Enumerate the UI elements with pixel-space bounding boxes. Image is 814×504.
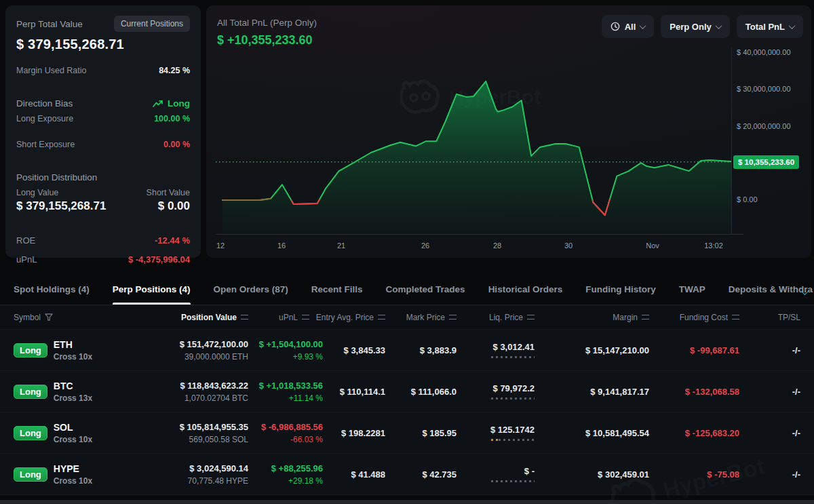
y-axis-tick: $ 20,000,000.00 <box>737 122 791 130</box>
position-value: $ 105,814,955.35 <box>102 422 248 432</box>
sort-icon <box>732 315 739 319</box>
long-exposure-label: Long Exposure <box>16 114 73 123</box>
table-header-row: Symbol Position Value uPnL Entry Avg. Pr… <box>0 305 814 330</box>
sort-icon <box>302 315 309 319</box>
funding-cost: $ -99,687.61 <box>649 345 739 355</box>
margin-value: $ 10,581,495.54 <box>535 428 649 438</box>
position-value: $ 3,024,590.14 <box>102 463 248 473</box>
sort-icon <box>241 315 248 319</box>
column-header[interactable]: Position Value <box>102 313 248 322</box>
long-value: $ 379,155,268.71 <box>16 199 106 213</box>
perp-total-value-label: Perp Total Value <box>16 19 83 29</box>
mark-price: $ 111,066.0 <box>385 387 457 397</box>
tab-completed-trades[interactable]: Completed Trades <box>386 274 465 305</box>
clock-icon <box>610 22 620 31</box>
upnl-value: $ +1,504,100.00 <box>248 339 323 349</box>
pnl-chart-svg[interactable] <box>216 47 731 234</box>
scope-dropdown[interactable]: Perp Only <box>661 15 729 38</box>
sort-icon <box>642 315 649 319</box>
tab-spot-holdings-4[interactable]: Spot Holdings (4) <box>14 274 90 305</box>
trend-up-icon <box>153 100 163 108</box>
tab-twap[interactable]: TWAP <box>679 274 705 305</box>
upnl-value: $ +88,255.96 <box>248 463 323 473</box>
position-size: 1,070.02704 BTC <box>102 393 248 403</box>
column-header[interactable]: Margin <box>535 313 649 322</box>
table-row[interactable]: Long ETH Cross 10x $ 151,472,100.0039,00… <box>0 330 814 371</box>
y-axis-tick: $ 30,000,000.00 <box>737 85 791 93</box>
horizontal-scrollbar[interactable] <box>0 500 814 504</box>
margin-used-ratio-value: 84.25 % <box>159 66 190 75</box>
long-exposure-value: 100.00 % <box>154 114 190 123</box>
table-row[interactable]: Long BTC Cross 13x $ 118,843,623.221,070… <box>0 371 814 412</box>
side-badge: Long <box>14 467 47 482</box>
x-axis-tick: 28 <box>493 241 501 250</box>
tab-funding-history[interactable]: Funding History <box>585 274 656 305</box>
pnl-chart-card: All Total PnL (Perp Only) $ +10,355,233.… <box>206 5 811 258</box>
position-value: $ 118,843,623.22 <box>102 381 248 391</box>
short-exposure-label: Short Exposure <box>16 140 75 149</box>
time-range-dropdown[interactable]: All <box>602 15 655 38</box>
chevron-down-icon <box>640 22 646 29</box>
column-header[interactable]: uPnL <box>248 313 309 322</box>
x-axis-tick: Nov <box>646 241 659 250</box>
tab-recent-fills[interactable]: Recent Fills <box>311 274 363 305</box>
filter-icon <box>45 313 53 321</box>
upnl-label: uPnL <box>16 254 37 265</box>
position-size: 569,050.58 SOL <box>102 435 248 444</box>
symbol-leverage: Cross 10x <box>54 435 92 444</box>
liq-price: $ - <box>457 466 535 476</box>
tpsl-value: -/- <box>739 345 800 355</box>
liq-price-dots <box>457 480 535 482</box>
upnl-value: $ +1,018,533.56 <box>248 381 323 391</box>
side-badge: Long <box>14 343 47 357</box>
chart-total-pnl-value: $ +10,355,233.60 <box>217 33 313 47</box>
liq-price-dots <box>457 398 535 400</box>
tab-perp-positions-4[interactable]: Perp Positions (4) <box>113 274 191 305</box>
symbol-name: ETH <box>54 339 92 350</box>
mark-price: $ 185.95 <box>385 428 457 438</box>
position-value: $ 151,472,100.00 <box>102 339 248 349</box>
liq-price: $ 3,012.41 <box>457 342 535 352</box>
top-row: Perp Total Value Current Positions $ 379… <box>0 0 814 258</box>
short-value-label: Short Value <box>147 188 190 197</box>
tab-historical-orders[interactable]: Historical Orders <box>488 274 563 305</box>
current-positions-badge[interactable]: Current Positions <box>114 16 190 32</box>
long-value-label: Long Value <box>16 188 58 197</box>
x-axis-tick: 12 <box>216 241 225 250</box>
current-pnl-badge: $ 10,355,233.60 <box>733 155 799 169</box>
symbol-leverage: Cross 13x <box>54 393 92 403</box>
roe-value: -12.44 % <box>155 235 190 246</box>
column-header[interactable]: Symbol <box>14 313 102 322</box>
margin-used-ratio-label: Margin Used Ratio <box>16 66 87 75</box>
table-row[interactable]: Long SOL Cross 10x $ 105,814,955.35569,0… <box>0 412 814 454</box>
table-body: Long ETH Cross 10x $ 151,472,100.0039,00… <box>0 330 814 495</box>
margin-value: $ 9,141,817.17 <box>535 387 649 397</box>
x-axis-tick: 21 <box>337 241 345 250</box>
sort-icon <box>378 315 385 319</box>
table-row[interactable]: Long HYPE Cross 10x $ 3,024,590.1470,775… <box>0 454 814 495</box>
tab-deposits-withdra[interactable]: Deposits & Withdra <box>729 274 813 305</box>
column-header[interactable]: Entry Avg. Price <box>309 313 385 322</box>
position-size: 39,000.0000 ETH <box>102 352 248 362</box>
direction-bias-label: Direction Bias <box>16 98 73 109</box>
margin-value: $ 15,147,210.00 <box>535 345 649 355</box>
chart-title: All Total PnL (Perp Only) <box>217 18 317 28</box>
symbol-leverage: Cross 10x <box>54 476 92 486</box>
symbol-leverage: Cross 10x <box>54 352 92 362</box>
liq-price-dots <box>457 356 535 358</box>
column-header[interactable]: Funding Cost <box>649 313 739 322</box>
short-exposure-value: 0.00 % <box>163 140 190 149</box>
column-header[interactable]: TP/SL <box>739 313 800 322</box>
symbol-name: SOL <box>54 422 92 433</box>
column-header[interactable]: Liq. Price <box>457 313 535 322</box>
y-axis-tick: $ 40,000,000.00 <box>737 48 791 56</box>
position-distribution-label: Position Distribution <box>16 172 190 182</box>
chart-x-axis-line <box>216 234 743 235</box>
tabs-more-button[interactable] <box>802 286 807 298</box>
chevron-down-icon <box>715 22 722 29</box>
symbol-name: HYPE <box>54 463 92 474</box>
tab-open-orders-87[interactable]: Open Orders (87) <box>214 274 288 305</box>
column-header[interactable]: Mark Price <box>385 313 457 322</box>
metric-dropdown[interactable]: Total PnL <box>737 15 803 38</box>
tpsl-value: -/- <box>739 387 800 397</box>
